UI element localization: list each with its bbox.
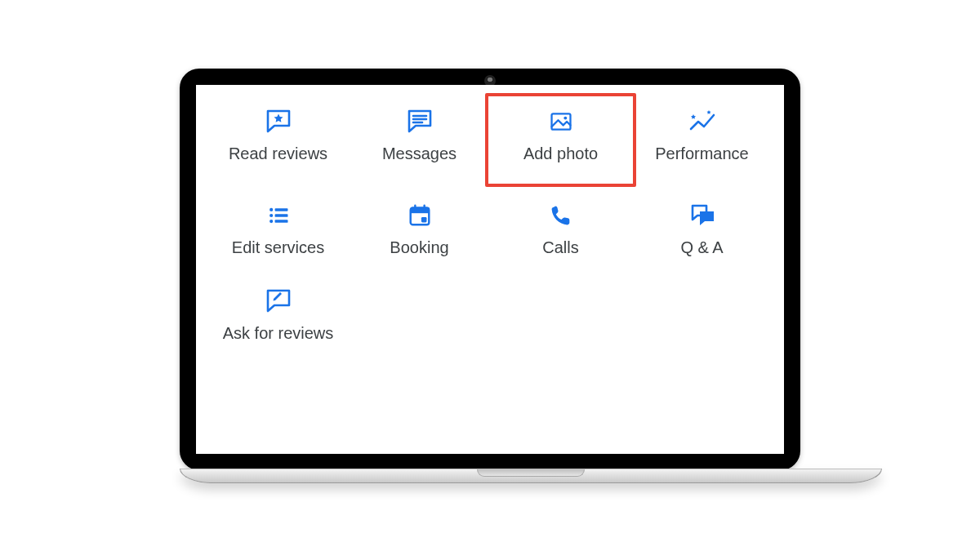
review-bubble-icon bbox=[265, 108, 292, 136]
svg-rect-15 bbox=[421, 216, 426, 222]
tile-messages[interactable]: Messages bbox=[349, 108, 490, 172]
tile-qa[interactable]: Q & A bbox=[631, 202, 773, 258]
tile-label: Add photo bbox=[523, 144, 598, 164]
tile-edit-services[interactable]: Edit services bbox=[207, 202, 349, 258]
tile-performance[interactable]: Performance bbox=[631, 108, 773, 172]
tile-read-reviews[interactable]: Read reviews bbox=[207, 108, 349, 172]
phone-icon bbox=[547, 202, 575, 229]
tile-label: Ask for reviews bbox=[223, 323, 334, 344]
tile-label: Q & A bbox=[680, 238, 723, 258]
edit-services-icon bbox=[265, 202, 292, 229]
tile-add-photo[interactable]: Add photo bbox=[485, 93, 636, 187]
svg-point-4 bbox=[564, 116, 567, 119]
ask-reviews-icon bbox=[265, 287, 292, 315]
tile-label: Performance bbox=[655, 144, 749, 164]
laptop-base bbox=[180, 469, 882, 483]
svg-point-7 bbox=[270, 213, 273, 216]
tile-label: Messages bbox=[382, 144, 457, 164]
tile-calls[interactable]: Calls bbox=[490, 202, 631, 258]
tile-label: Booking bbox=[390, 238, 448, 258]
svg-rect-12 bbox=[410, 207, 429, 213]
tile-label: Read reviews bbox=[229, 144, 327, 164]
add-photo-icon bbox=[547, 108, 575, 136]
messages-icon bbox=[406, 108, 434, 136]
screen: Read reviews Messages bbox=[196, 85, 784, 454]
laptop-bezel: Read reviews Messages bbox=[180, 69, 800, 470]
svg-rect-8 bbox=[274, 214, 287, 217]
tile-label: Calls bbox=[542, 238, 578, 258]
performance-icon bbox=[688, 108, 716, 136]
tile-label: Edit services bbox=[232, 238, 324, 258]
tile-ask-reviews[interactable]: Ask for reviews bbox=[207, 287, 349, 344]
svg-point-5 bbox=[270, 207, 273, 211]
laptop-mockup: Read reviews Messages bbox=[180, 69, 800, 483]
svg-rect-6 bbox=[274, 208, 287, 211]
svg-rect-10 bbox=[274, 220, 287, 223]
action-grid: Read reviews Messages bbox=[196, 85, 784, 363]
tile-booking[interactable]: Booking bbox=[349, 202, 490, 258]
booking-icon bbox=[406, 202, 434, 229]
canvas: Read reviews Messages bbox=[0, 0, 980, 551]
svg-point-9 bbox=[270, 219, 273, 222]
qa-icon bbox=[688, 202, 716, 229]
